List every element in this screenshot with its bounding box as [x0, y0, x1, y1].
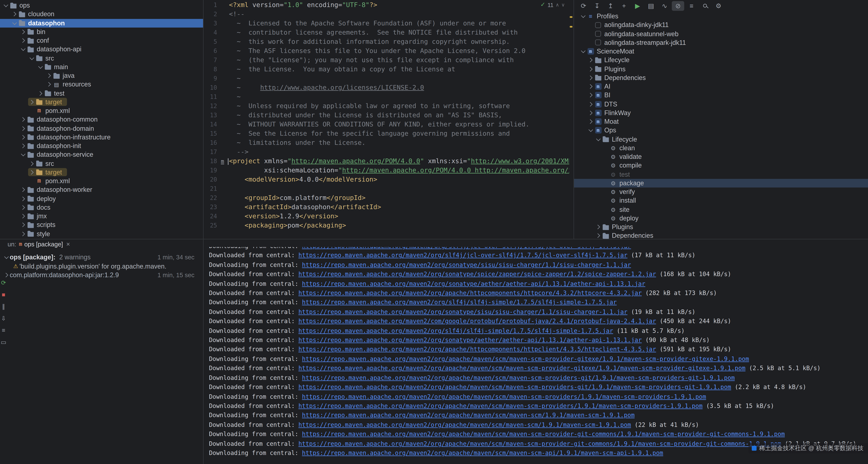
- chevron-right-icon[interactable]: [3, 272, 10, 279]
- project-tree-row[interactable]: datasophon-domain: [0, 124, 203, 133]
- chevron-right-icon[interactable]: [20, 222, 27, 229]
- maven-tree-row[interactable]: ⚙install: [574, 196, 868, 205]
- chevron-right-icon[interactable]: [20, 186, 27, 194]
- editor-line[interactable]: 15 ~ See the License for the specific la…: [204, 129, 569, 138]
- maven-tree-row[interactable]: Plugins: [574, 223, 868, 231]
- editor-line[interactable]: 8 ~ the License. You may obtain a copy o…: [204, 65, 569, 74]
- editor-line[interactable]: 6 ~ The ASF licenses this file to You un…: [204, 47, 569, 56]
- editor-line[interactable]: 23 <artifactId>datasophon</artifactId>: [204, 203, 569, 212]
- project-tree-row[interactable]: bin: [0, 27, 203, 36]
- console-link[interactable]: https://repo.maven.apache.org/maven2/org…: [299, 403, 703, 410]
- editor-line[interactable]: 19 xsi:schemaLocation="http://maven.apac…: [204, 166, 569, 175]
- editor-line[interactable]: 24 <version>1.2.9</version>: [204, 212, 569, 221]
- chevron-right-icon[interactable]: [20, 143, 27, 149]
- chevron-right-icon[interactable]: [587, 57, 594, 64]
- console-link[interactable]: https://repo.maven.apache.org/maven2/org…: [302, 299, 617, 306]
- editor-line[interactable]: 4 ~ contributor license agreements. See …: [204, 28, 569, 37]
- editor-line[interactable]: 21: [204, 184, 569, 194]
- chevron-right-icon[interactable]: [587, 100, 594, 108]
- project-tree-row[interactable]: jmx: [0, 212, 203, 221]
- editor-line[interactable]: 7 ~ (the "License"); you may not use thi…: [204, 56, 569, 65]
- project-tree-row[interactable]: cloudeon: [0, 10, 203, 19]
- console-link[interactable]: https://repo.maven.apache.org/maven2/org…: [302, 261, 631, 268]
- project-tree-row[interactable]: conf: [0, 36, 203, 45]
- editor-line[interactable]: 12 ~ Unless required by applicable law o…: [204, 102, 569, 111]
- dependency-analyzer-icon[interactable]: ∿: [658, 1, 671, 11]
- chevron-down-icon[interactable]: [587, 127, 594, 134]
- run-icon[interactable]: ▶: [631, 1, 644, 11]
- maven-tree-row[interactable]: aolingdata-seatunnel-web: [574, 30, 868, 38]
- console-link[interactable]: https://repo.maven.apache.org/maven2/org…: [302, 280, 645, 287]
- maven-tree-row[interactable]: mDTS: [574, 100, 868, 109]
- project-tree-row[interactable]: mpom.xml: [0, 107, 203, 115]
- terminal-icon[interactable]: ▤: [645, 1, 657, 11]
- maven-tree-row[interactable]: ⚙test: [574, 170, 868, 179]
- chevron-down-icon[interactable]: [37, 63, 44, 70]
- chevron-right-icon[interactable]: [595, 232, 601, 239]
- chevron-right-icon[interactable]: [587, 74, 594, 81]
- print-icon[interactable]: ≡: [2, 327, 5, 334]
- editor-line[interactable]: 1<?xml version="1.0" encoding="UTF-8"?>: [204, 1, 569, 10]
- project-tree-row[interactable]: main: [0, 62, 203, 71]
- project-tree-row[interactable]: datasophon-api: [0, 45, 203, 54]
- project-tree-row[interactable]: datasophon-common: [0, 115, 203, 124]
- console-link[interactable]: https://repo.maven.apache.org/maven2/org…: [302, 393, 706, 400]
- chevron-right-icon[interactable]: [20, 125, 27, 132]
- scroll-to-end-icon[interactable]: ⇩: [1, 315, 6, 321]
- maven-tree-row[interactable]: mBI: [574, 91, 868, 100]
- maven-tree-row[interactable]: Plugins: [574, 65, 868, 74]
- run-tab[interactable]: m ops [package] ×: [19, 240, 70, 248]
- editor-line[interactable]: 16 ~ limitations under the License.: [204, 138, 569, 147]
- chevron-down-icon[interactable]: [28, 55, 35, 62]
- project-tree-row[interactable]: deploy: [0, 194, 203, 203]
- maven-tree-row[interactable]: aolingdata-streampark-jdk11: [574, 38, 868, 47]
- chevron-down-icon[interactable]: [20, 46, 27, 53]
- maven-tree-row[interactable]: ⚙compile: [574, 161, 868, 170]
- chevron-right-icon[interactable]: [20, 213, 27, 220]
- project-tree-row[interactable]: java: [0, 71, 203, 80]
- console-link[interactable]: https://repo.maven.apache.org/maven2/org…: [299, 327, 613, 334]
- project-tree-row[interactable]: src: [0, 54, 203, 63]
- project-tree-row[interactable]: ops: [0, 1, 203, 10]
- editor-line[interactable]: 3 ~ Licensed to the Apache Software Foun…: [204, 19, 569, 28]
- chevron-right-icon[interactable]: [20, 204, 27, 211]
- project-tree-row[interactable]: target: [0, 168, 203, 177]
- project-tree-row[interactable]: mpom.xml: [0, 177, 203, 185]
- maven-tree-row[interactable]: Lifecycle: [574, 56, 868, 65]
- chevron-down-icon[interactable]: [595, 136, 601, 143]
- filter-icon[interactable]: ≡: [685, 1, 698, 11]
- chevron-right-icon[interactable]: [595, 224, 601, 231]
- project-tree-row[interactable]: datasophon-service: [0, 150, 203, 159]
- console-link[interactable]: https://repo.maven.apache.org/maven2/org…: [299, 346, 656, 353]
- chevron-right-icon[interactable]: [587, 92, 594, 99]
- chevron-right-icon[interactable]: [20, 28, 27, 35]
- chevron-right-icon[interactable]: [28, 169, 35, 176]
- skip-tests-icon[interactable]: ⊘: [672, 1, 684, 11]
- close-tab-icon[interactable]: ×: [65, 240, 70, 248]
- download-sources-icon[interactable]: ↧: [591, 1, 603, 11]
- editor-line[interactable]: 25 <packaging>pom</packaging>: [204, 221, 569, 230]
- project-tree-row[interactable]: style: [0, 230, 203, 238]
- chevron-down-icon[interactable]: [20, 151, 27, 158]
- chevron-right-icon[interactable]: [20, 134, 27, 141]
- console-link[interactable]: https://repo.maven.apache.org/maven2/org…: [299, 337, 642, 344]
- console-link[interactable]: https://repo.maven.apache.org/maven2/org…: [302, 412, 635, 419]
- editor-line[interactable]: 17 -->: [204, 147, 569, 157]
- maven-tree-row[interactable]: Dependencies: [574, 73, 868, 82]
- add-configuration-icon[interactable]: +: [618, 1, 630, 11]
- chevron-right-icon[interactable]: [11, 11, 18, 18]
- editor[interactable]: 1<?xml version="1.0" encoding="UTF-8"?>2…: [204, 0, 574, 239]
- console-link[interactable]: https://repo.maven.apache.org/maven2/com…: [299, 318, 656, 325]
- console-link[interactable]: https://repo.maven.apache.org/maven2/org…: [299, 252, 627, 259]
- maven-tree-row[interactable]: ⚙validate: [574, 152, 868, 161]
- console-link[interactable]: https://repo.maven.apache.org/maven2/org…: [299, 309, 627, 316]
- chevron-down-icon[interactable]: [3, 254, 10, 261]
- editor-line[interactable]: 18m<project xmlns="http://maven.apache.o…: [204, 157, 569, 166]
- rerun-icon[interactable]: ⟳: [1, 279, 6, 286]
- refresh-icon[interactable]: ⟳: [577, 1, 590, 11]
- chevron-right-icon[interactable]: [587, 65, 594, 72]
- editor-line[interactable]: 14 ~ WITHOUT WARRANTIES OR CONDITIONS OF…: [204, 120, 569, 129]
- settings-icon[interactable]: ⚙: [712, 1, 725, 11]
- build-module-row[interactable]: com.platform:datasophon-api:jar:1.2.9 1 …: [0, 271, 203, 280]
- chevron-right-icon[interactable]: [20, 116, 27, 123]
